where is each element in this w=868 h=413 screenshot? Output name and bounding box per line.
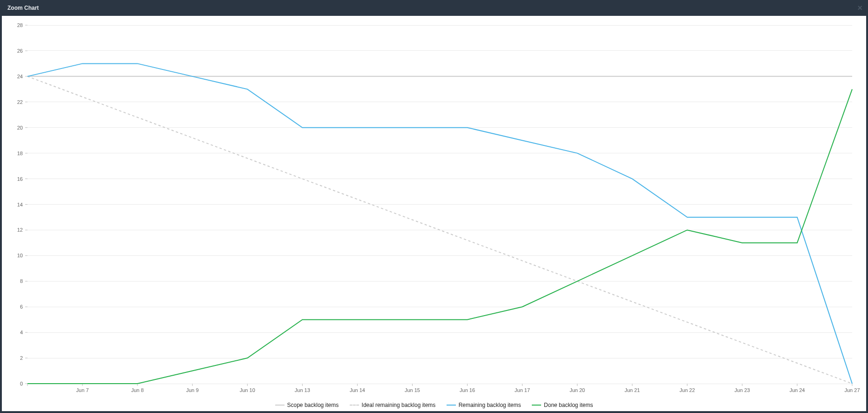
svg-text:Jun 9: Jun 9 xyxy=(186,387,199,393)
svg-text:16: 16 xyxy=(17,176,23,182)
series-done xyxy=(27,89,852,384)
legend: Scope backlog items Ideal remaining back… xyxy=(2,399,866,411)
svg-text:26: 26 xyxy=(17,48,23,54)
svg-text:Jun 13: Jun 13 xyxy=(295,387,310,393)
svg-text:0: 0 xyxy=(20,381,23,386)
svg-text:28: 28 xyxy=(17,22,23,28)
svg-text:Jun 16: Jun 16 xyxy=(460,387,475,393)
modal-titlebar: Zoom Chart × xyxy=(2,0,866,16)
modal-title: Zoom Chart xyxy=(7,5,39,11)
svg-text:14: 14 xyxy=(17,202,23,207)
svg-text:Jun 17: Jun 17 xyxy=(515,387,530,393)
svg-text:10: 10 xyxy=(17,253,23,258)
legend-label-remaining: Remaining backlog items xyxy=(459,402,521,408)
svg-text:Jun 7: Jun 7 xyxy=(76,387,89,393)
svg-text:Jun 23: Jun 23 xyxy=(734,387,750,393)
zoom-chart-modal: Zoom Chart × 0246810121416182022242628Ju… xyxy=(2,0,866,411)
close-icon[interactable]: × xyxy=(857,0,862,16)
svg-text:Jun 20: Jun 20 xyxy=(570,387,585,393)
svg-text:2: 2 xyxy=(20,355,23,361)
legend-swatch-done xyxy=(532,405,541,406)
svg-text:Jun 14: Jun 14 xyxy=(350,387,365,393)
legend-item-ideal[interactable]: Ideal remaining backlog items xyxy=(350,402,436,408)
svg-text:Jun 22: Jun 22 xyxy=(679,387,695,393)
svg-text:8: 8 xyxy=(20,278,23,284)
legend-swatch-ideal xyxy=(350,405,359,406)
svg-text:Jun 15: Jun 15 xyxy=(405,387,420,393)
legend-swatch-remaining xyxy=(447,405,456,406)
svg-text:Jun 10: Jun 10 xyxy=(240,387,255,393)
svg-text:20: 20 xyxy=(17,125,23,131)
svg-text:Jun 27: Jun 27 xyxy=(844,387,860,393)
legend-item-remaining[interactable]: Remaining backlog items xyxy=(447,402,521,408)
svg-text:4: 4 xyxy=(20,330,23,335)
legend-swatch-scope xyxy=(275,405,285,406)
svg-text:18: 18 xyxy=(17,151,23,156)
chart-svg: 0246810121416182022242628Jun 7Jun 8Jun 9… xyxy=(2,16,866,399)
legend-label-scope: Scope backlog items xyxy=(287,402,339,408)
svg-text:Jun 8: Jun 8 xyxy=(131,387,144,393)
svg-text:24: 24 xyxy=(17,74,23,79)
legend-item-scope[interactable]: Scope backlog items xyxy=(275,402,339,408)
legend-label-done: Done backlog items xyxy=(544,402,593,408)
svg-text:Jun 24: Jun 24 xyxy=(789,387,805,393)
series-remaining xyxy=(27,63,852,384)
legend-item-done[interactable]: Done backlog items xyxy=(532,402,593,408)
burndown-chart: 0246810121416182022242628Jun 7Jun 8Jun 9… xyxy=(2,16,866,399)
svg-text:6: 6 xyxy=(20,304,23,310)
svg-text:Jun 21: Jun 21 xyxy=(624,387,640,393)
legend-label-ideal: Ideal remaining backlog items xyxy=(362,402,436,408)
svg-text:12: 12 xyxy=(17,227,23,233)
svg-text:22: 22 xyxy=(17,99,23,105)
